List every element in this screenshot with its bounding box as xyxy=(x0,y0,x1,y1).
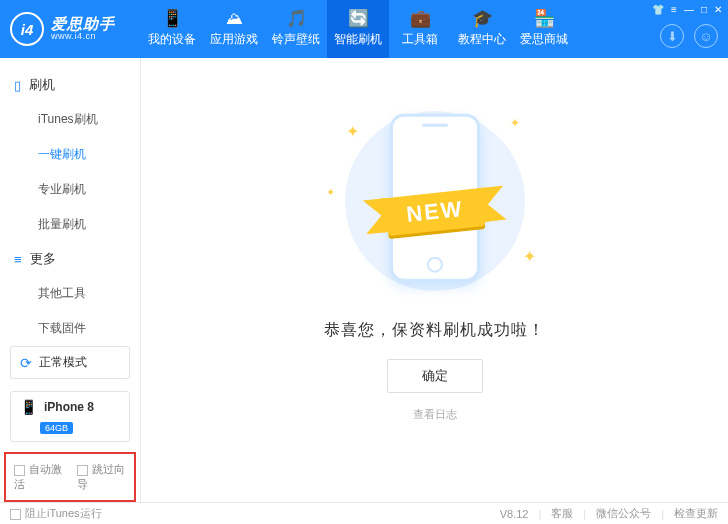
menu-icon[interactable]: ≡ xyxy=(671,4,677,15)
close-icon[interactable]: ✕ xyxy=(714,4,722,15)
block-itunes-checkbox[interactable]: 阻止iTunes运行 xyxy=(10,506,102,521)
star-icon: ✦ xyxy=(523,247,536,266)
music-icon: 🎵 xyxy=(286,10,307,27)
device-box[interactable]: 📱 iPhone 8 64GB xyxy=(10,391,130,442)
body: ▯ 刷机 iTunes刷机 一键刷机 专业刷机 批量刷机 ≡ 更多 其他工具 下… xyxy=(0,58,728,502)
minimize-icon[interactable]: — xyxy=(684,4,694,15)
sidebar-item-download-firmware[interactable]: 下载固件 xyxy=(0,311,140,340)
phone-icon: ▯ xyxy=(14,78,21,93)
logo-icon: i4 xyxy=(10,12,44,46)
store-icon: 🏪 xyxy=(534,10,555,27)
tab-apps-games[interactable]: ⛰应用游戏 xyxy=(203,0,265,58)
header-right-buttons: ⬇ ☺ xyxy=(660,24,718,48)
sidebar-item-itunes-flash[interactable]: iTunes刷机 xyxy=(0,102,140,137)
download-button[interactable]: ⬇ xyxy=(660,24,684,48)
sidebar-item-onekey-flash[interactable]: 一键刷机 xyxy=(0,137,140,172)
sidebar-scroll: ▯ 刷机 iTunes刷机 一键刷机 专业刷机 批量刷机 ≡ 更多 其他工具 下… xyxy=(0,58,140,340)
tab-smart-flash[interactable]: 🔄智能刷机 xyxy=(327,0,389,58)
ok-button[interactable]: 确定 xyxy=(387,359,483,393)
flash-icon: 🔄 xyxy=(348,10,369,27)
checkbox-icon xyxy=(10,509,21,520)
device-icon: 📱 xyxy=(162,10,183,27)
more-icon: ≡ xyxy=(14,252,22,267)
star-icon: ✦ xyxy=(346,122,359,141)
apps-icon: ⛰ xyxy=(226,10,243,27)
footer-right: V8.12 | 客服 | 微信公众号 | 检查更新 xyxy=(500,506,718,521)
user-button[interactable]: ☺ xyxy=(694,24,718,48)
logo-text: 爱思助手 www.i4.cn xyxy=(51,16,115,42)
logo-area: i4 爱思助手 www.i4.cn xyxy=(0,12,141,46)
footer-link-support[interactable]: 客服 xyxy=(551,506,573,521)
tab-tutorial[interactable]: 🎓教程中心 xyxy=(451,0,513,58)
tab-store[interactable]: 🏪爱思商城 xyxy=(513,0,575,58)
main-content: ✦ ✦ ✦ ✦ NEW 恭喜您，保资料刷机成功啦！ 确定 查看日志 xyxy=(141,58,728,502)
header: i4 爱思助手 www.i4.cn 📱我的设备 ⛰应用游戏 🎵铃声壁纸 🔄智能刷… xyxy=(0,0,728,58)
device-name: iPhone 8 xyxy=(44,400,94,414)
storage-badge: 64GB xyxy=(40,422,73,434)
sidebar-item-batch-flash[interactable]: 批量刷机 xyxy=(0,207,140,242)
tab-my-device[interactable]: 📱我的设备 xyxy=(141,0,203,58)
skip-wizard-checkbox[interactable]: 跳过向导 xyxy=(77,462,126,492)
brand-site: www.i4.cn xyxy=(51,32,115,42)
sidebar-item-pro-flash[interactable]: 专业刷机 xyxy=(0,172,140,207)
mode-box[interactable]: ⟳ 正常模式 xyxy=(10,346,130,379)
toolbox-icon: 💼 xyxy=(410,10,431,27)
star-icon: ✦ xyxy=(326,186,335,199)
star-icon: ✦ xyxy=(510,116,520,130)
footer: 阻止iTunes运行 V8.12 | 客服 | 微信公众号 | 检查更新 xyxy=(0,502,728,524)
refresh-icon: ⟳ xyxy=(20,355,32,371)
sidebar-group-flash[interactable]: ▯ 刷机 xyxy=(0,68,140,102)
sidebar-group-more[interactable]: ≡ 更多 xyxy=(0,242,140,276)
mode-label: 正常模式 xyxy=(39,354,87,371)
sidebar-item-other-tools[interactable]: 其他工具 xyxy=(0,276,140,311)
auto-activate-checkbox[interactable]: 自动激活 xyxy=(14,462,63,492)
window-controls: 👕 ≡ — □ ✕ xyxy=(652,4,722,15)
device-phone-icon: 📱 xyxy=(20,399,37,415)
sidebar: ▯ 刷机 iTunes刷机 一键刷机 专业刷机 批量刷机 ≡ 更多 其他工具 下… xyxy=(0,58,141,502)
shirt-icon[interactable]: 👕 xyxy=(652,4,664,15)
footer-link-wechat[interactable]: 微信公众号 xyxy=(596,506,651,521)
tab-toolbox[interactable]: 💼工具箱 xyxy=(389,0,451,58)
success-illustration: ✦ ✦ ✦ ✦ NEW xyxy=(320,106,550,296)
footer-left: 阻止iTunes运行 xyxy=(10,506,102,521)
checkbox-icon xyxy=(14,465,25,476)
footer-link-update[interactable]: 检查更新 xyxy=(674,506,718,521)
maximize-icon[interactable]: □ xyxy=(701,4,707,15)
view-log-link[interactable]: 查看日志 xyxy=(413,407,457,422)
tab-ringtones[interactable]: 🎵铃声壁纸 xyxy=(265,0,327,58)
header-tabs: 📱我的设备 ⛰应用游戏 🎵铃声壁纸 🔄智能刷机 💼工具箱 🎓教程中心 🏪爱思商城 xyxy=(141,0,575,58)
checkbox-icon xyxy=(77,465,88,476)
highlight-box: 自动激活 跳过向导 xyxy=(4,452,136,502)
success-message: 恭喜您，保资料刷机成功啦！ xyxy=(324,320,545,341)
tutorial-icon: 🎓 xyxy=(472,10,493,27)
version-label: V8.12 xyxy=(500,508,529,520)
brand-name: 爱思助手 xyxy=(51,16,115,33)
